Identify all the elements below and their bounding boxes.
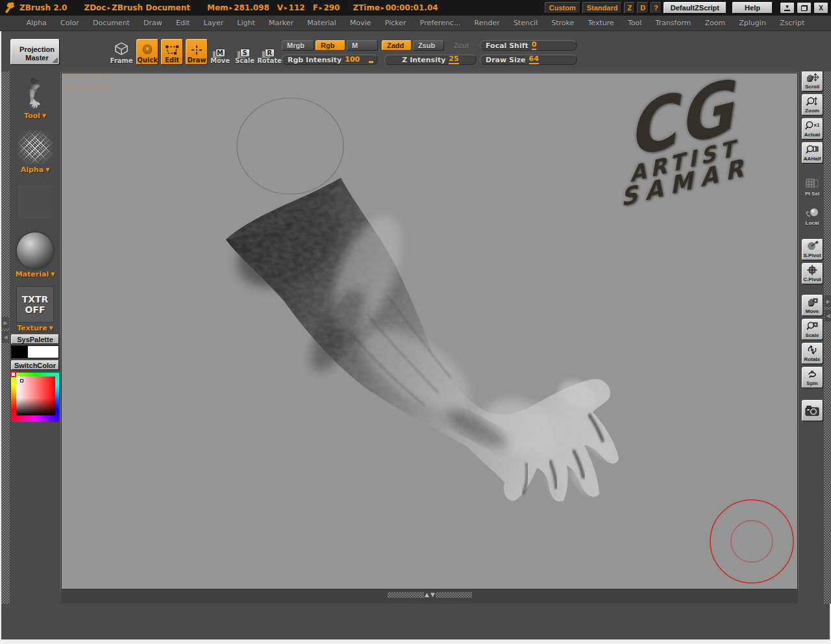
- color-swatches: [11, 345, 59, 358]
- canvas-scale-button[interactable]: Scale: [802, 319, 823, 340]
- frame-button[interactable]: Frame: [110, 39, 132, 65]
- menu-item[interactable]: Zscript: [780, 19, 804, 27]
- divider-texture[interactable]: [388, 592, 424, 598]
- chevron-down-icon: ▼: [45, 167, 49, 173]
- move-badge-icon: M: [216, 49, 225, 57]
- tray-divider-handle[interactable]: ▲ ▼: [388, 591, 472, 599]
- current-tool-thumbnail[interactable]: [17, 74, 53, 112]
- menu-item[interactable]: Zoom: [704, 19, 725, 27]
- menu-item[interactable]: Picker: [385, 19, 406, 27]
- syspalette-button[interactable]: SysPalette: [11, 334, 59, 344]
- custom-ui-button[interactable]: Custom: [545, 2, 580, 14]
- menu-item[interactable]: Layer: [204, 19, 224, 27]
- alpha-palette-label[interactable]: Alpha ▼: [21, 166, 50, 174]
- menu-item[interactable]: Movie: [350, 19, 371, 27]
- sphere-icon: [142, 43, 153, 56]
- draw-size-slider[interactable]: Draw Size 64: [480, 55, 577, 65]
- texture-palette-label[interactable]: Texture ▼: [17, 324, 53, 332]
- zsub-button[interactable]: Zsub: [413, 40, 444, 51]
- spin-button[interactable]: Spin: [802, 367, 823, 388]
- pt-sel-button[interactable]: Pt Sel: [802, 177, 823, 198]
- restore-button[interactable]: [797, 2, 812, 14]
- main-color-swatch[interactable]: [11, 345, 28, 358]
- menu-item[interactable]: Light: [237, 19, 254, 27]
- app-title: ZBrush 2.0: [19, 3, 67, 12]
- m-button[interactable]: M: [347, 40, 378, 51]
- canvas-move-button[interactable]: Move: [802, 295, 823, 316]
- menu-item[interactable]: Texture: [588, 19, 614, 27]
- close-button[interactable]: X: [813, 2, 828, 14]
- current-texture-thumbnail[interactable]: TXTR OFF: [16, 286, 54, 323]
- document-canvas[interactable]: CG ARTIST SAMAR: [61, 73, 798, 589]
- snapshot-button[interactable]: [802, 400, 823, 421]
- current-alpha-thumbnail[interactable]: [18, 130, 53, 164]
- aahalf-button[interactable]: AAHalf: [802, 142, 823, 164]
- menu-item[interactable]: Color: [60, 19, 79, 27]
- menu-item[interactable]: Stroke: [551, 19, 574, 27]
- divider-texture[interactable]: [436, 592, 472, 598]
- menu-item[interactable]: Stencil: [514, 19, 538, 27]
- edit-button[interactable]: Edit: [161, 39, 183, 65]
- menu-item[interactable]: Zplugin: [739, 19, 766, 27]
- projection-master-button[interactable]: Projection Master: [10, 39, 60, 65]
- hand-move-icon: [806, 295, 818, 308]
- tray-close-icon[interactable]: ◀: [2, 331, 9, 343]
- mrgb-button[interactable]: Mrgb: [282, 40, 314, 51]
- scale-button[interactable]: S Scale: [234, 39, 256, 65]
- focal-shift-value: 0: [532, 41, 537, 50]
- clear-pivot-button[interactable]: C.Pivot: [802, 263, 823, 284]
- rgb-intensity-slider[interactable]: Rgb Intensity 100: [282, 55, 378, 65]
- move-button[interactable]: M Move: [209, 39, 231, 65]
- secondary-color-swatch[interactable]: [28, 345, 59, 358]
- menu-item[interactable]: Transform: [656, 19, 691, 27]
- zdoc-status[interactable]: ZDoc ▸ ZBrush Document: [84, 3, 190, 12]
- menu-item[interactable]: Material: [307, 19, 336, 27]
- scroll-button[interactable]: Scroll: [802, 70, 823, 92]
- tray-up-icon[interactable]: ▲: [424, 592, 430, 598]
- quick-button[interactable]: Quick: [136, 39, 158, 65]
- help-question-button[interactable]: ?: [651, 2, 662, 14]
- menu-item[interactable]: Alpha: [27, 19, 47, 27]
- default-zscript-button[interactable]: DefaultZScript: [664, 2, 726, 14]
- focal-shift-slider[interactable]: Focal Shift 0: [480, 40, 577, 51]
- set-pivot-button[interactable]: S.Pivot: [802, 239, 823, 260]
- help-button[interactable]: Help: [732, 2, 773, 14]
- zadd-button[interactable]: Zadd: [382, 40, 412, 51]
- local-button[interactable]: Local: [802, 206, 823, 227]
- z-intensity-slider[interactable]: Z Intensity 25: [384, 55, 477, 65]
- zoom-button[interactable]: Zoom: [802, 94, 823, 116]
- rotate-button[interactable]: R Rotate: [258, 39, 280, 65]
- current-material-thumbnail[interactable]: [17, 232, 53, 269]
- minimize-button[interactable]: ▼: [780, 2, 795, 14]
- standard-ui-button[interactable]: Standard: [582, 2, 623, 14]
- menu-item[interactable]: Document: [93, 19, 130, 27]
- z-intensity-label: Z Intensity: [402, 56, 445, 64]
- tray-close-icon[interactable]: ◀: [825, 310, 831, 321]
- left-tray-strip[interactable]: ▶ ◀: [1, 71, 10, 604]
- restore-icon: [801, 5, 808, 11]
- tool-palette-label[interactable]: Tool ▼: [24, 112, 46, 120]
- menu-item[interactable]: Preferenc...: [420, 19, 461, 27]
- actual-size-button[interactable]: x1 Actual: [802, 118, 823, 140]
- canvas-rotate-button[interactable]: Rotate: [802, 343, 823, 364]
- menu-item[interactable]: Draw: [143, 19, 162, 27]
- menu-item[interactable]: Marker: [269, 19, 293, 27]
- sculpted-arm-model[interactable]: [62, 73, 798, 589]
- right-tray-strip[interactable]: ▶ ◀: [824, 71, 831, 604]
- material-palette-label[interactable]: Material ▼: [16, 270, 55, 279]
- color-picker[interactable]: [11, 373, 59, 422]
- rgb-button[interactable]: Rgb: [316, 40, 345, 51]
- tray-open-icon[interactable]: ▶: [2, 317, 9, 328]
- draw-button[interactable]: Draw: [186, 39, 208, 65]
- menu-item[interactable]: Render: [475, 19, 500, 27]
- d-toggle-button[interactable]: D: [637, 2, 649, 14]
- menu-item[interactable]: Tool: [628, 19, 641, 27]
- menu-item[interactable]: Edit: [176, 19, 190, 27]
- switchcolor-button[interactable]: SwitchColor: [11, 360, 59, 370]
- tray-down-icon[interactable]: ▼: [430, 592, 436, 598]
- f-value: 290: [323, 3, 340, 12]
- z-intensity-toggle-button[interactable]: Z: [624, 2, 635, 14]
- saturation-value-box[interactable]: [16, 377, 55, 415]
- zbrush-logo-icon: [0, 0, 19, 16]
- tray-open-icon[interactable]: ▶: [825, 295, 831, 307]
